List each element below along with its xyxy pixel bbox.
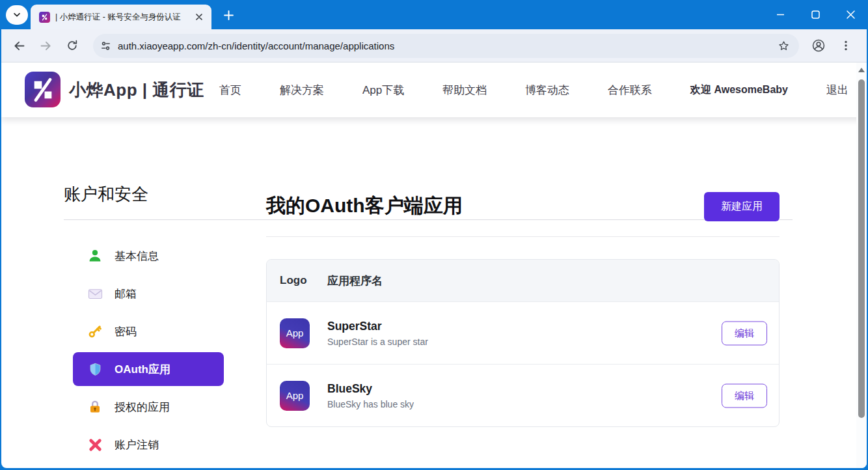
window-controls (763, 0, 868, 29)
app-logo-icon: App (280, 318, 310, 348)
reload-button[interactable] (61, 35, 83, 57)
browser-toolbar: auth.xiaoyeapp.com/zh-cn/identity/accoun… (1, 29, 867, 62)
sidebar-item-label: 邮箱 (115, 286, 137, 301)
url-text[interactable]: auth.xiaoyeapp.com/zh-cn/identity/accoun… (118, 40, 774, 51)
browser-window: | 小烨通行证 - 账号安全与身份认证 (0, 0, 868, 470)
app-description: BlueSky has blue sky (327, 399, 414, 409)
person-icon (87, 248, 103, 264)
sidebar-item-label: 基本信息 (115, 249, 159, 264)
brand-logo-icon[interactable] (25, 72, 61, 107)
sidebar-item-label: OAuth应用 (115, 362, 170, 377)
tab-title: | 小烨通行证 - 账号安全与身份认证 (55, 12, 193, 23)
app-name: BlueSky (327, 382, 414, 396)
page-scrollbar[interactable] (856, 62, 867, 468)
sidebar-item-delete-account[interactable]: 账户注销 (73, 428, 224, 462)
column-header-app-name: 应用程序名 (327, 273, 383, 288)
site-settings-icon[interactable] (100, 40, 112, 52)
profile-icon[interactable] (807, 35, 830, 57)
key-icon (87, 324, 103, 339)
welcome-user-text: 欢迎 AwesomeBaby (690, 83, 788, 97)
nav-contact[interactable]: 合作联系 (608, 83, 652, 98)
maximize-button[interactable] (798, 0, 833, 29)
app-description: SuperStar is a super star (327, 337, 428, 347)
sidebar-item-password[interactable]: 密码 (73, 314, 224, 348)
sidebar-item-oauth-apps[interactable]: OAuth应用 (73, 352, 224, 386)
page-content: 小烨App | 通行证 首页 解决方案 App下载 帮助文档 博客动态 合作联系… (1, 62, 867, 468)
edit-button[interactable]: 编辑 (722, 321, 767, 345)
cross-icon (87, 437, 103, 452)
main-heading: 我的OAuth客户端应用 (266, 193, 463, 219)
sidebar-item-label: 密码 (115, 324, 137, 339)
minimize-button[interactable] (763, 0, 798, 29)
nav-home[interactable]: 首页 (219, 83, 241, 98)
address-bar[interactable]: auth.xiaoyeapp.com/zh-cn/identity/accoun… (93, 34, 799, 58)
sidebar-item-email[interactable]: 邮箱 (73, 277, 224, 311)
nav-blog[interactable]: 博客动态 (525, 83, 569, 98)
edit-button[interactable]: 编辑 (722, 383, 767, 408)
nav-help-docs[interactable]: 帮助文档 (442, 83, 487, 98)
shield-icon (87, 361, 103, 377)
app-name: SuperStar (327, 320, 428, 333)
account-sidebar: 基本信息 邮箱 密码 OAuth应用 (73, 239, 224, 465)
envelope-icon (87, 286, 103, 301)
table-row: App SuperStar SuperStar is a super star … (267, 301, 779, 364)
sidebar-item-basic-info[interactable]: 基本信息 (73, 239, 224, 273)
nav-solutions[interactable]: 解决方案 (280, 83, 324, 98)
tab-strip: | 小烨通行证 - 账号安全与身份认证 (0, 0, 868, 29)
forward-button[interactable] (34, 35, 57, 57)
back-button[interactable] (8, 35, 30, 57)
browser-menu-icon[interactable] (835, 35, 857, 57)
top-navigation: 首页 解决方案 App下载 帮助文档 博客动态 合作联系 欢迎 AwesomeB… (219, 62, 848, 117)
column-header-logo: Logo (267, 274, 327, 287)
oauth-app-table: Logo 应用程序名 App SuperStar SuperStar is a … (266, 259, 780, 427)
main-divider (266, 236, 780, 237)
app-info: BlueSky BlueSky has blue sky (327, 382, 414, 409)
page-title: 账户和安全 (64, 183, 148, 206)
app-logo-icon: App (280, 381, 310, 411)
sidebar-item-authorized-apps[interactable]: 授权的应用 (73, 390, 224, 424)
close-window-button[interactable] (833, 0, 868, 29)
logout-link[interactable]: 退出 (826, 83, 848, 98)
new-tab-button[interactable] (220, 7, 237, 23)
site-header: 小烨App | 通行证 首页 解决方案 App下载 帮助文档 博客动态 合作联系… (1, 62, 867, 117)
scrollbar-up-arrow-icon[interactable] (858, 68, 865, 72)
table-header-row: Logo 应用程序名 (267, 260, 779, 301)
scrollbar-thumb[interactable] (858, 79, 865, 418)
sidebar-item-label: 账户注销 (115, 437, 159, 452)
tab-search-button[interactable] (6, 5, 28, 25)
browser-tab[interactable]: | 小烨通行证 - 账号安全与身份认证 (31, 5, 211, 29)
tab-close-icon[interactable] (193, 11, 205, 23)
bookmark-star-icon[interactable] (774, 36, 793, 55)
brand-name[interactable]: 小烨App | 通行证 (69, 62, 204, 117)
table-row: App BlueSky BlueSky has blue sky 编辑 (267, 364, 779, 426)
site-favicon-icon (39, 12, 50, 23)
nav-app-download[interactable]: App下载 (362, 83, 404, 98)
title-divider (64, 219, 793, 220)
lock-icon (87, 399, 103, 415)
sidebar-item-label: 授权的应用 (115, 400, 170, 415)
chevron-down-icon (12, 10, 21, 20)
new-app-button[interactable]: 新建应用 (704, 192, 780, 221)
app-info: SuperStar SuperStar is a super star (327, 320, 428, 347)
